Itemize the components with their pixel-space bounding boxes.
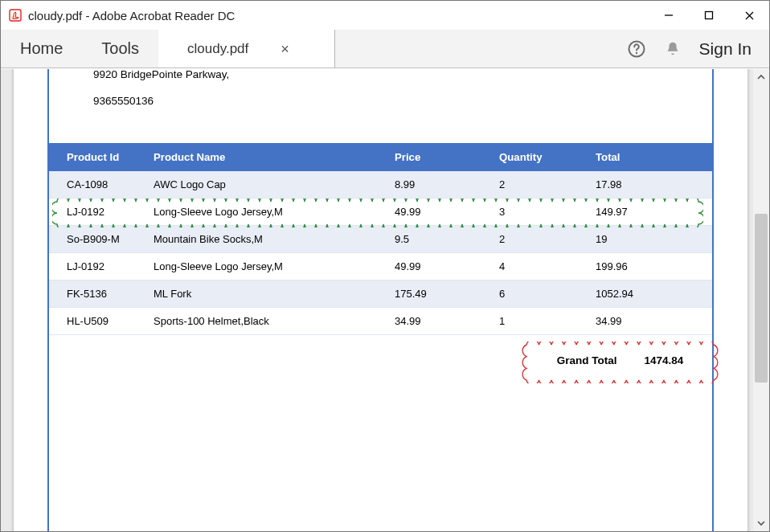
tab-document[interactable]: cloudy.pdf ×: [158, 30, 335, 68]
help-icon[interactable]: [627, 39, 646, 59]
col-product-id: Product Id: [49, 143, 145, 171]
sign-in-button[interactable]: Sign In: [699, 39, 752, 59]
acrobat-icon: [9, 9, 22, 22]
address-line: 9920 BridgePointe Parkway,: [93, 69, 690, 83]
table-row: CA-1098 AWC Logo Cap 8.99 2 17.98: [49, 171, 712, 198]
tab-home[interactable]: Home: [1, 30, 82, 68]
tab-document-label: cloudy.pdf: [187, 41, 248, 57]
products-table: Product Id Product Name Price Quantity T…: [49, 143, 712, 335]
table-row: LJ-0192 Long-Sleeve Logo Jersey,M 49.99 …: [49, 198, 712, 225]
table-header-row: Product Id Product Name Price Quantity T…: [49, 143, 712, 171]
col-product-name: Product Name: [145, 143, 387, 171]
bell-icon[interactable]: [664, 40, 682, 58]
tab-bar: Home Tools cloudy.pdf × Sign In: [1, 30, 769, 68]
table-row: LJ-0192 Long-Sleeve Logo Jersey,M 49.99 …: [49, 252, 712, 280]
svg-point-6: [635, 51, 637, 53]
document-viewer: 9920 BridgePointe Parkway, 9365550136 Pr…: [1, 69, 769, 531]
cloud-annotation-total: Grand Total 1474.84: [522, 342, 719, 383]
scroll-down-button[interactable]: [753, 515, 769, 531]
svg-rect-2: [706, 12, 713, 19]
scroll-up-button[interactable]: [753, 69, 769, 85]
titlebar: cloudy.pdf - Adobe Acrobat Reader DC: [1, 1, 769, 30]
col-price: Price: [387, 143, 491, 171]
maximize-button[interactable]: [689, 1, 729, 30]
table-row: HL-U509 Sports-100 Helmet,Black 34.99 1 …: [49, 307, 712, 334]
address-block: 9920 BridgePointe Parkway, 9365550136: [49, 69, 712, 109]
vertical-scrollbar[interactable]: [753, 69, 769, 531]
window-title: cloudy.pdf - Adobe Acrobat Reader DC: [28, 9, 235, 23]
address-line: 9365550136: [93, 94, 690, 109]
table-row: FK-5136 ML Fork 175.49 6 1052.94: [49, 280, 712, 307]
grand-total-row: Grand Total 1474.84: [49, 335, 712, 391]
table-row: So-B909-M Mountain Bike Socks,M 9.5 2 19: [49, 225, 712, 252]
col-quantity: Quantity: [491, 143, 588, 171]
app-window: cloudy.pdf - Adobe Acrobat Reader DC Hom…: [0, 0, 770, 532]
grand-total-label: Grand Total: [557, 354, 617, 366]
pdf-page: 9920 BridgePointe Parkway, 9365550136 Pr…: [47, 69, 714, 531]
document-pane[interactable]: 9920 BridgePointe Parkway, 9365550136 Pr…: [1, 69, 753, 531]
grand-total-value: 1474.84: [644, 354, 683, 366]
tab-tools[interactable]: Tools: [82, 30, 158, 68]
minimize-button[interactable]: [649, 1, 689, 30]
scrollbar-thumb[interactable]: [755, 214, 768, 383]
close-button[interactable]: [729, 1, 769, 30]
col-total: Total: [588, 143, 712, 171]
close-tab-button[interactable]: ×: [281, 42, 289, 56]
